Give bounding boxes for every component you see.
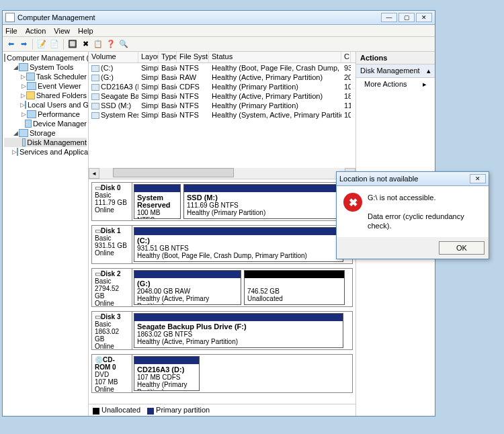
partition[interactable]: CD216A3 (D:)107 MB CDFSHealthy (Primary …	[134, 356, 200, 391]
dialog-line2: Data error (cyclic redundancy check).	[368, 212, 482, 230]
volume-row[interactable]: System Reserved Simple Basic NTFS Health…	[89, 110, 355, 120]
disk-label: ▭Disk 2Basic2794.52 GBOnline	[92, 269, 132, 306]
dialog-titlebar[interactable]: Location is not available ✕	[337, 172, 489, 186]
legend-swatch-blue	[147, 408, 154, 415]
volume-icon	[91, 103, 99, 110]
menu-view[interactable]: View	[54, 27, 70, 35]
help-button[interactable]: ❓	[106, 39, 116, 50]
disk-block[interactable]: ▭Disk 2Basic2794.52 GBOnline (G:)2048.00…	[91, 268, 353, 307]
tree-pane[interactable]: Computer Management (Local) ◢System Tool…	[3, 52, 89, 416]
legend-swatch-black	[93, 408, 99, 415]
menu-action[interactable]: Action	[26, 27, 46, 35]
volume-row[interactable]: (G:) Simple Basic RAW Healthy (Active, P…	[89, 73, 355, 82]
volume-icon	[91, 65, 99, 72]
dialog-close-button[interactable]: ✕	[470, 174, 486, 183]
partition[interactable]: (C:)931.51 GB NTFSHealthy (Boot, Page Fi…	[134, 227, 343, 262]
disk-label: ▭Disk 0Basic111.79 GBOnline	[92, 183, 132, 220]
tree-local-users[interactable]: Local Users and Groups	[28, 101, 89, 109]
menu-help[interactable]: Help	[78, 27, 93, 35]
col-layout[interactable]: Layout	[138, 52, 159, 62]
volume-row[interactable]: (C:) Simple Basic NTFS Healthy (Boot, Pa…	[89, 63, 355, 73]
storage-icon	[19, 129, 28, 137]
volume-icon	[91, 84, 99, 91]
toolbar-btn[interactable]: 🔍	[118, 39, 129, 50]
menu-file[interactable]: File	[5, 27, 17, 35]
tree-disk-management[interactable]: Disk Management	[27, 138, 87, 146]
event-icon	[27, 82, 36, 90]
partition[interactable]: (G:)2048.00 GB RAWHealthy (Active, Prima…	[134, 270, 241, 305]
tree-event-viewer[interactable]: Event Viewer	[38, 82, 81, 90]
col-status[interactable]: Status	[209, 52, 341, 62]
disk-label: ▭Disk 1Basic931.51 GBOnline	[92, 226, 132, 263]
computer-icon	[4, 54, 5, 62]
disk-label: ▭Disk 3Basic1863.02 GBOnline	[92, 312, 132, 349]
tools-icon	[19, 63, 28, 71]
main-pane: Volume Layout Type File System Status C …	[89, 52, 355, 416]
volume-list[interactable]: Volume Layout Type File System Status C …	[89, 52, 355, 179]
menubar: File Action View Help	[3, 25, 435, 37]
volume-header[interactable]: Volume Layout Type File System Status C	[89, 52, 355, 63]
legend-unallocated: Unallocated	[101, 406, 140, 414]
dialog-text: G:\ is not accessible. Data error (cycli…	[368, 193, 482, 230]
error-dialog: Location is not available ✕ ✖ G:\ is not…	[336, 171, 489, 259]
partition[interactable]: Seagate Backup Plus Drive (F:)1863.02 GB…	[134, 313, 343, 348]
minimize-button[interactable]: —	[381, 13, 397, 22]
toolbar-btn[interactable]: 📄	[49, 39, 60, 50]
volume-row[interactable]: SSD (M:) Simple Basic NTFS Healthy (Prim…	[89, 101, 355, 110]
users-icon	[25, 101, 26, 109]
scheduler-icon	[26, 73, 35, 81]
app-icon	[5, 13, 15, 22]
delete-button[interactable]: ✖	[80, 39, 91, 50]
disk-block[interactable]: ▭Disk 1Basic931.51 GBOnline (C:)931.51 G…	[91, 225, 353, 264]
scroll-left-button[interactable]: ◄	[89, 168, 99, 179]
tree-device-manager[interactable]: Device Manager	[33, 120, 87, 128]
forward-button[interactable]: ➡	[18, 39, 29, 50]
tree-services[interactable]: Services and Applications	[19, 148, 89, 156]
titlebar[interactable]: Computer Management — ▢ ✕	[3, 11, 435, 25]
collapse-icon[interactable]: ▴	[427, 67, 431, 75]
tree-shared-folders[interactable]: Shared Folders	[36, 91, 87, 99]
disk-block[interactable]: ▭Disk 3Basic1863.02 GBOnline Seagate Bac…	[91, 311, 353, 350]
refresh-button[interactable]: 🔲	[67, 39, 78, 50]
close-button[interactable]: ✕	[416, 13, 432, 22]
toolbar: ⬅ ➡ 📝 📄 🔲 ✖ 📋 ❓ 🔍	[3, 37, 435, 52]
disk-label: 💿CD-ROM 0DVD107 MBOnline	[92, 355, 132, 392]
maximize-button[interactable]: ▢	[398, 13, 415, 22]
col-c[interactable]: C	[341, 52, 351, 62]
disk-graphic-pane[interactable]: ▭Disk 0Basic111.79 GBOnline System Reser…	[89, 179, 355, 404]
partition[interactable]: System Reserved100 MB NTFSHealthy (Syste…	[134, 184, 181, 219]
partition[interactable]: 746.52 GBUnallocated	[244, 270, 345, 305]
scroll-thumb[interactable]	[113, 168, 234, 177]
partition[interactable]: SSD (M:)111.69 GB NTFSHealthy (Primary P…	[183, 184, 345, 219]
toolbar-btn[interactable]: 📝	[36, 39, 47, 50]
actions-dm[interactable]: Disk Management▴	[356, 64, 435, 78]
volume-row[interactable]: Seagate Backu... Simple Basic NTFS Healt…	[89, 91, 355, 101]
dialog-line1: G:\ is not accessible.	[368, 193, 482, 202]
tree-performance[interactable]: Performance	[38, 110, 80, 118]
col-volume[interactable]: Volume	[89, 52, 138, 62]
actions-more[interactable]: More Actions▸	[356, 78, 435, 91]
tree-storage[interactable]: Storage	[30, 129, 56, 137]
col-type[interactable]: Type	[159, 52, 177, 62]
error-icon: ✖	[343, 193, 362, 212]
dialog-title: Location is not available	[339, 175, 418, 183]
h-scrollbar[interactable]: ◄ ►	[89, 168, 355, 179]
disk-block[interactable]: ▭Disk 0Basic111.79 GBOnline System Reser…	[91, 182, 353, 221]
window-title: Computer Management	[17, 13, 381, 21]
perf-icon	[27, 110, 36, 118]
tree-task-scheduler[interactable]: Task Scheduler	[36, 73, 87, 81]
properties-button[interactable]: 📋	[93, 39, 103, 50]
volume-icon	[91, 93, 99, 100]
tree-root[interactable]: Computer Management (Local)	[7, 54, 89, 62]
ok-button[interactable]: OK	[439, 241, 485, 255]
actions-header: Actions	[356, 52, 435, 64]
volume-icon	[91, 75, 99, 81]
device-icon	[25, 120, 32, 128]
back-button[interactable]: ⬅	[5, 39, 16, 50]
col-fs[interactable]: File System	[177, 52, 209, 62]
disk-block[interactable]: 💿CD-ROM 0DVD107 MBOnline CD216A3 (D:)107…	[91, 354, 353, 393]
volume-row[interactable]: CD216A3 (D:) Simple Basic CDFS Healthy (…	[89, 82, 355, 91]
disk-icon	[22, 138, 26, 146]
tree-system-tools[interactable]: System Tools	[30, 63, 73, 71]
services-icon	[17, 148, 18, 156]
